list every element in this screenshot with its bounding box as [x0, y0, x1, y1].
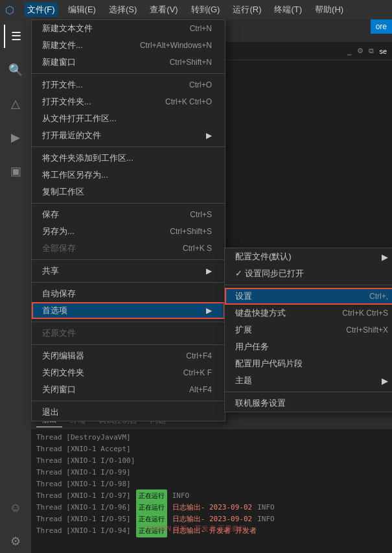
sep-3	[32, 203, 225, 204]
sep-2	[32, 147, 225, 147]
menu-edit[interactable]: 编辑(E)	[65, 3, 98, 17]
menu-view[interactable]: 查看(V)	[147, 3, 180, 17]
thread-line-3: Thread [XNIO-1 I/O-100]	[36, 455, 387, 467]
log-line-4: Thread [XNIO-1 I/O-94] 正在运行 日志输出- 开发者 开发…	[36, 525, 387, 537]
activity-settings[interactable]: ⚙	[4, 530, 27, 553]
toolbar-text: ⎯	[347, 47, 352, 55]
pref-snippets[interactable]: 配置用户代码片段	[225, 355, 392, 372]
pref-profile[interactable]: 配置文件(默认) ▶	[225, 248, 392, 265]
menu-save-as[interactable]: 另存为... Ctrl+Shift+S	[32, 223, 225, 240]
terminal-area: 输出 终端 调试控制台 问题 Thread [DestroyJavaVM] Th…	[31, 410, 392, 553]
menu-terminal[interactable]: 终端(T)	[271, 3, 305, 17]
activity-bar: ☰ 🔍 △ ▶ ▣ ☺ ⚙	[0, 19, 31, 553]
status-badge-3: 正在运行	[136, 513, 167, 526]
file-menu: 新建文本文件 Ctrl+N 新建文件... Ctrl+Alt+Windows+N…	[31, 19, 225, 421]
gear-icon[interactable]: ⚙	[357, 47, 363, 55]
pref-theme[interactable]: 主题 ▶	[225, 372, 392, 389]
sep-4	[32, 259, 225, 260]
vscode-icon: ⬡	[5, 4, 14, 16]
activity-extensions[interactable]: ▣	[4, 159, 27, 183]
preferences-submenu: 配置文件(默认) ▶ ✓ 设置同步已打开 设置 Ctrl+, 键盘快捷方式 Ct…	[224, 248, 392, 412]
thread-line-2: Thread [XNIO-1 Accept]	[36, 443, 387, 455]
menu-new-window[interactable]: 新建窗口 Ctrl+Shift+N	[32, 54, 225, 71]
menu-save-all: 全部保存 Ctrl+K S	[32, 240, 225, 257]
terminal-content: Thread [DestroyJavaVM] Thread [XNIO-1 Ac…	[31, 429, 392, 539]
thread-4: Thread [XNIO-1 I/O-99]	[36, 467, 131, 478]
log-line-2: Thread [XNIO-1 I/O-96] 正在运行 日志输出- 2023-0…	[36, 502, 387, 513]
pref-user-tasks[interactable]: 用户任务	[225, 338, 392, 355]
thread-line-4: Thread [XNIO-1 I/O-99]	[36, 467, 387, 478]
menu-close-window[interactable]: 关闭窗口 Alt+F4	[32, 381, 225, 398]
menu-run[interactable]: 运行(R)	[230, 3, 264, 17]
sep-8	[32, 401, 225, 401]
pref-extensions[interactable]: 扩展 Ctrl+Shift+X	[225, 322, 392, 338]
menu-save[interactable]: 保存 Ctrl+S	[32, 206, 225, 223]
thread-line-5: Thread [XNIO-1 I/O-98]	[36, 478, 387, 490]
menu-recent[interactable]: 打开最近的文件 ▶	[32, 127, 225, 144]
menu-file[interactable]: 文件(F)	[25, 3, 58, 17]
thread-9: Thread [XNIO-1 I/O-94]	[36, 525, 131, 537]
menu-goto[interactable]: 转到(G)	[189, 3, 223, 17]
activity-explorer[interactable]: ☰	[4, 25, 27, 48]
activity-scm[interactable]: △	[4, 92, 27, 115]
menu-revert: 还原文件	[32, 325, 225, 342]
activity-debug[interactable]: ▶	[4, 126, 27, 149]
pref-sync[interactable]: ✓ 设置同步已打开	[225, 265, 392, 282]
thread-7: Thread [XNIO-1 I/O-96]	[36, 502, 131, 513]
pref-online-services[interactable]: 联机服务设置	[225, 395, 392, 412]
log-date-3: 日志输出- 开发者 开发者	[172, 525, 257, 537]
menu-new-text-file[interactable]: 新建文本文件 Ctrl+N	[32, 20, 225, 37]
menu-new-file[interactable]: 新建文件... Ctrl+Alt+Windows+N	[32, 37, 225, 54]
status-badge-1: 正在运行	[136, 489, 167, 502]
pref-keyboard[interactable]: 键盘快捷方式 Ctrl+K Ctrl+S	[225, 305, 392, 322]
thread-6: Thread [XNIO-1 I/O-97]	[36, 490, 131, 502]
thread-1: Thread [DestroyJavaVM]	[36, 432, 131, 443]
activity-account[interactable]: ☺	[4, 496, 27, 519]
log-info-1: INFO	[172, 490, 190, 502]
log-level-2: INFO	[257, 513, 275, 525]
pref-settings[interactable]: 设置 Ctrl+,	[225, 288, 392, 305]
status-badge-2: 正在运行	[136, 501, 167, 514]
pref-sep-2	[225, 392, 392, 392]
log-line-1: Thread [XNIO-1 I/O-97] 正在运行 INFO	[36, 490, 387, 502]
thread-3: Thread [XNIO-1 I/O-100]	[36, 455, 135, 467]
log-level-1: INFO	[257, 502, 275, 513]
menu-close-editor[interactable]: 关闭编辑器 Ctrl+F4	[32, 347, 225, 364]
menu-open-workspace[interactable]: 从文件打开工作区...	[32, 110, 225, 127]
menu-open-file[interactable]: 打开文件... Ctrl+O	[32, 76, 225, 93]
menu-bar: 文件(F) 编辑(E) 选择(S) 查看(V) 转到(G) 运行(R) 终端(T…	[25, 3, 346, 17]
thread-8: Thread [XNIO-1 I/O-95]	[36, 513, 131, 525]
thread-5: Thread [XNIO-1 I/O-98]	[36, 478, 131, 490]
top-bar: ⬡ 文件(F) 编辑(E) 选择(S) 查看(V) 转到(G) 运行(R) 终端…	[0, 0, 392, 19]
split-icon[interactable]: ⧉	[369, 47, 374, 55]
sep-5	[32, 282, 225, 283]
sep-1	[32, 73, 225, 74]
activity-search[interactable]: 🔍	[4, 58, 27, 82]
thread-2: Thread [XNIO-1 Accept]	[36, 443, 131, 455]
sep-7	[32, 344, 225, 345]
menu-open-folder[interactable]: 打开文件夹... Ctrl+K Ctrl+O	[32, 93, 225, 110]
pref-sep-1	[225, 285, 392, 285]
menu-preferences[interactable]: 首选项 ▶	[32, 302, 225, 319]
menu-duplicate-workspace[interactable]: 复制工作区	[32, 183, 225, 200]
menu-auto-save[interactable]: 自动保存	[32, 285, 225, 302]
menu-select[interactable]: 选择(S)	[106, 3, 139, 17]
menu-close-folder[interactable]: 关闭文件夹 Ctrl+K F	[32, 364, 225, 381]
log-date-1: 日志输出- 2023-09-02	[172, 502, 252, 513]
menu-save-workspace-as[interactable]: 将工作区另存为...	[32, 167, 225, 183]
menu-quit[interactable]: 退出	[32, 404, 225, 421]
toolbar-label: se	[379, 47, 387, 55]
menu-add-folder[interactable]: 将文件夹添加到工作区...	[32, 150, 225, 167]
status-badge-4: 正在运行	[136, 524, 167, 537]
log-line-3: Thread [XNIO-1 I/O-95] 正在运行 日志输出- 2023-0…	[36, 513, 387, 525]
log-date-2: 日志输出- 2023-09-02	[172, 513, 252, 525]
sep-6	[32, 322, 225, 322]
menu-help[interactable]: 帮助(H)	[312, 3, 346, 17]
menu-share[interactable]: 共享 ▶	[32, 263, 225, 279]
thread-line-1: Thread [DestroyJavaVM]	[36, 432, 387, 443]
